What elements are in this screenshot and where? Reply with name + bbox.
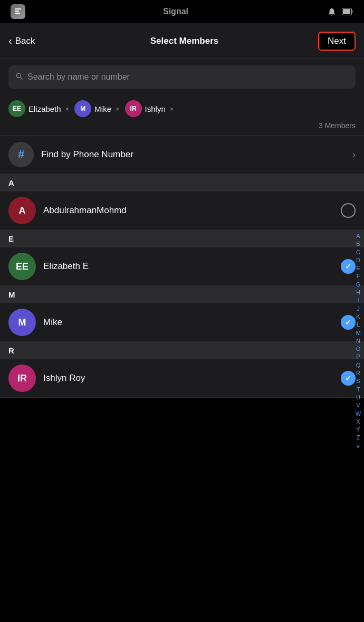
alpha-letter-q[interactable]: Q [355,361,362,369]
section-header-r: R [0,342,364,359]
alpha-letter-m[interactable]: M [355,329,362,337]
section-header-a: A [0,174,364,192]
selected-chip-elizabeth[interactable]: EE Elizabeth × [8,100,69,117]
alpha-letter-y[interactable]: Y [355,426,362,433]
alpha-letter-x[interactable]: X [355,418,362,425]
avatar-elizabeth: EE [8,253,36,280]
alpha-letter-i[interactable]: I [355,296,362,304]
status-bar-app-name: Signal [163,7,188,16]
next-button[interactable]: Next [318,32,356,51]
alpha-letter-c[interactable]: C [355,248,362,256]
alpha-letter-w[interactable]: W [355,410,362,417]
page-title: Select Members [150,36,218,46]
avatar-ishlyn: IR [8,365,36,392]
alpha-letter-l[interactable]: L [355,321,362,328]
checkmark-ishlyn: ✓ [345,374,351,382]
svg-rect-4 [343,9,350,14]
alpha-letter-e[interactable]: E [355,264,362,272]
chip-remove-mike[interactable]: × [116,105,120,113]
selection-circle-elizabeth[interactable]: ✓ [341,259,356,274]
alpha-letter-p[interactable]: P [355,353,362,360]
alpha-letter-s[interactable]: S [355,377,362,385]
chip-avatar-mike: M [74,100,91,117]
chevron-left-icon: ‹ [8,35,12,47]
bell-icon [326,6,338,17]
contact-name-ishlyn: Ishlyn Roy [43,373,333,384]
search-container: Search by name or number [0,59,364,95]
chevron-right-icon: › [352,149,356,160]
contact-row-abdulrahman[interactable]: A AbdulrahmanMohmd [0,192,364,230]
find-by-phone-row[interactable]: # Find by Phone Number › [0,135,364,174]
alpha-letter-t[interactable]: T [355,386,362,393]
alpha-letter-o[interactable]: O [355,345,362,352]
chip-avatar-ishlyn: IR [125,100,142,117]
selected-chip-ishlyn[interactable]: IR Ishlyn × [125,100,174,117]
selection-circle-mike[interactable]: ✓ [341,315,356,330]
alpha-letter-d[interactable]: D [355,256,362,264]
section-header-m: M [0,286,364,303]
alpha-letter-a[interactable]: A [355,232,362,240]
hash-symbol: # [18,148,24,161]
contact-name-elizabeth: Elizabeth E [43,261,333,272]
alpha-letter-b[interactable]: B [355,240,362,247]
svg-rect-1 [15,11,19,12]
checkmark-mike: ✓ [345,318,351,327]
selection-circle-abdulrahman[interactable] [341,203,356,218]
selection-circle-ishlyn[interactable]: ✓ [341,371,356,386]
avatar-abdulrahman: A [8,197,36,224]
find-phone-label: Find by Phone Number [41,149,345,160]
alpha-letter-f[interactable]: F [355,272,362,280]
chip-label-mike: Mike [94,104,111,113]
chip-label-elizabeth: Elizabeth [28,104,61,113]
search-bar[interactable]: Search by name or number [8,65,356,89]
svg-rect-2 [15,13,20,14]
alpha-letter-k[interactable]: K [355,313,362,320]
alpha-letter-h[interactable]: H [355,289,362,296]
contact-row-ishlyn[interactable]: IR Ishlyn Roy ✓ [0,359,364,398]
hash-avatar: # [8,142,34,167]
navigation-header: ‹ Back Select Members Next [0,23,364,59]
contact-name-mike: Mike [43,317,333,328]
search-icon [15,72,23,82]
status-bar-left [11,4,25,19]
back-button[interactable]: ‹ Back [8,35,51,47]
contact-name-abdulrahman: AbdulrahmanMohmd [43,205,333,216]
status-bar: Signal [0,0,364,23]
selected-chip-mike[interactable]: M Mike × [74,100,119,117]
selected-members-row: EE Elizabeth × M Mike × IR Ishlyn × [0,95,364,119]
contact-row-mike[interactable]: M Mike ✓ [0,303,364,342]
members-count: 3 Members [319,121,356,130]
chip-remove-elizabeth[interactable]: × [65,105,70,113]
checkmark-elizabeth: ✓ [345,262,351,271]
alpha-letter-r[interactable]: R [355,369,362,377]
alpha-letter-#[interactable]: # [355,442,362,449]
alpha-letter-z[interactable]: Z [355,434,362,441]
alpha-letter-n[interactable]: N [355,337,362,345]
avatar-mike: M [8,309,36,336]
search-placeholder: Search by name or number [27,72,130,82]
back-label: Back [15,36,35,46]
alpha-letter-g[interactable]: G [355,281,362,288]
section-header-e: E [0,230,364,247]
alpha-letter-u[interactable]: U [355,394,362,401]
members-count-row: 3 Members [0,119,364,135]
chip-label-ishlyn: Ishlyn [145,104,166,113]
alphabet-sidebar: ABCDEFGHIJKLMNOPQRSTUVWXYZ# [355,232,362,449]
chip-remove-ishlyn[interactable]: × [170,105,174,113]
status-bar-right [326,6,353,17]
app-icon [11,4,25,19]
battery-icon [342,6,353,17]
alpha-letter-j[interactable]: J [355,305,362,312]
svg-rect-0 [15,8,21,9]
alpha-letter-v[interactable]: V [355,401,362,409]
contact-row-elizabeth[interactable]: EE Elizabeth E ✓ [0,247,364,286]
chip-avatar-elizabeth: EE [8,100,25,117]
